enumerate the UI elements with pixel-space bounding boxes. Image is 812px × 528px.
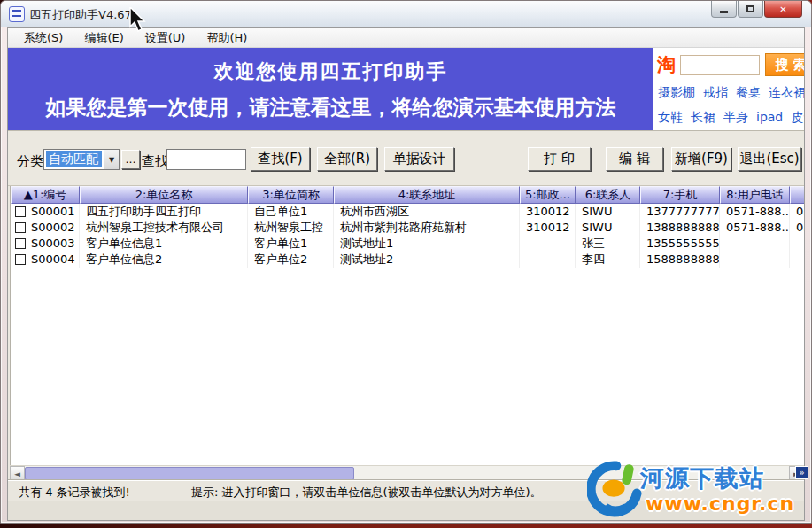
table-header-row: ▲1:编号 2:单位名称 3:单位简称 4:联系地址 5:邮政... 6:联系人… xyxy=(11,186,804,204)
category-label: 分类 xyxy=(17,153,43,170)
cell-extra: 057 xyxy=(790,204,804,220)
close-button[interactable]: ✕ xyxy=(764,1,802,18)
header-mobile[interactable]: 7:手机 xyxy=(640,186,720,204)
row-checkbox[interactable] xyxy=(15,206,26,217)
cell-mobile: 13888888888 xyxy=(640,220,720,236)
row-checkbox[interactable] xyxy=(15,222,26,233)
cell-shortname: 自己单位1 xyxy=(248,204,334,220)
app-window: 四五打印助手V4.67 ✕ 系统(S) 编辑(E) 设置(U) 帮助(H) 欢迎… xyxy=(0,0,812,524)
print-button[interactable]: 打 印 xyxy=(528,147,591,171)
taobao-link[interactable]: 摄影棚 xyxy=(658,85,695,101)
close-icon: ✕ xyxy=(779,4,786,14)
header-extra[interactable]: 9: xyxy=(790,186,804,204)
menu-bar: 系统(S) 编辑(E) 设置(U) 帮助(H) xyxy=(8,28,804,48)
taobao-link[interactable]: 皮套 xyxy=(791,110,804,126)
row-checkbox[interactable] xyxy=(15,238,26,249)
banner-title: 欢迎您使用四五打印助手 xyxy=(8,58,653,85)
cell-extra xyxy=(790,236,804,252)
category-dropdown[interactable]: 自动匹配 ▼ xyxy=(43,149,120,170)
category-more-button[interactable]: … xyxy=(121,150,140,169)
cell-zip xyxy=(520,236,576,252)
cell-extra xyxy=(790,252,804,268)
banner-subtitle: 如果您是第一次使用，请注意看这里，将给您演示基本使用方法 xyxy=(8,94,653,121)
cell-phone: 0571-888... xyxy=(720,220,790,236)
cell-contact: SIWU xyxy=(576,204,640,220)
toolbar: 分类 自动匹配 ▼ … 查找 查找(F) 全部(R) 单据设计 打 印 编 辑 … xyxy=(8,131,804,186)
taobao-link[interactable]: ipad xyxy=(756,110,783,126)
hint-text: 提示: 进入打印窗口，请双击单位信息(被双击单位默认为对方单位)。 xyxy=(191,485,542,501)
table-row[interactable]: S00003 客户单位信息1 客户单位1 测试地址1 张三 1355555555… xyxy=(11,236,804,252)
cell-contact: SIWU xyxy=(576,220,640,236)
cell-shortname: 客户单位2 xyxy=(248,252,334,268)
maximize-button[interactable] xyxy=(738,1,763,18)
find-input[interactable] xyxy=(166,149,246,170)
cell-mobile: 15888888888 xyxy=(640,252,720,268)
cell-phone xyxy=(720,236,790,252)
table-row[interactable]: S00002 杭州智泉工控技术有限公司 杭州智泉工控 杭州市紫荆花路府苑新村 3… xyxy=(11,220,804,236)
scrollbar-thumb[interactable] xyxy=(25,467,354,480)
header-phone[interactable]: 8:用户电话 xyxy=(720,186,790,204)
cell-contact: 张三 xyxy=(576,236,640,252)
design-button[interactable]: 单据设计 xyxy=(384,147,454,171)
cell-shortname: 杭州智泉工控 xyxy=(248,220,334,236)
table-row[interactable]: S00001 四五打印助手四五打印 自己单位1 杭州市西湖区 310012 SI… xyxy=(11,204,804,220)
record-count-text: 共有 4 条记录被找到! xyxy=(19,485,130,501)
cell-address: 测试地址1 xyxy=(334,236,520,252)
header-zip[interactable]: 5:邮政... xyxy=(520,186,576,204)
taobao-link[interactable]: 长裙 xyxy=(691,110,715,126)
row-checkbox[interactable] xyxy=(15,254,26,265)
taobao-link[interactable]: 戒指 xyxy=(703,85,728,101)
taobao-link[interactable]: 连衣裙 xyxy=(769,85,804,101)
taobao-widget: 淘 搜 索 摄影棚 戒指 餐桌 连衣裙 女鞋 长裙 半身 ipad 皮套 xyxy=(653,48,804,130)
badge-arrow-icon: » xyxy=(795,466,808,479)
taobao-search-button[interactable]: 搜 索 xyxy=(765,53,804,76)
find-button[interactable]: 查找(F) xyxy=(251,147,310,171)
cell-name: 四五打印助手四五打印 xyxy=(80,204,248,220)
header-id[interactable]: ▲1:编号 xyxy=(11,186,80,204)
cell-id: S00004 xyxy=(31,252,75,268)
cell-zip: 310012 xyxy=(520,220,576,236)
banner-message: 欢迎您使用四五打印助手 如果您是第一次使用，请注意看这里，将给您演示基本使用方法 xyxy=(8,48,653,130)
header-contact[interactable]: 6:联系人 xyxy=(576,186,640,204)
exit-button[interactable]: 退出(Esc) xyxy=(738,147,801,171)
cell-address: 杭州市西湖区 xyxy=(334,204,520,220)
cell-contact: 李四 xyxy=(576,252,640,268)
cell-mobile: 13777777777 xyxy=(640,204,720,220)
menu-edit[interactable]: 编辑(E) xyxy=(73,28,134,48)
taobao-link[interactable]: 餐桌 xyxy=(736,85,761,101)
maximize-icon xyxy=(746,5,754,12)
site-watermark: 河源下载站 www.cngr.cn » xyxy=(587,459,810,523)
client-area: 系统(S) 编辑(E) 设置(U) 帮助(H) 欢迎您使用四五打印助手 如果您是… xyxy=(7,27,805,521)
taobao-search-input[interactable] xyxy=(680,55,760,75)
cell-extra: 057 xyxy=(790,220,804,236)
site-url: www.cngr.cn xyxy=(646,493,794,515)
minimize-button[interactable] xyxy=(711,1,737,18)
taobao-link[interactable]: 半身 xyxy=(723,110,748,126)
cell-phone: 0571-888... xyxy=(720,204,790,220)
cell-phone xyxy=(720,252,790,268)
menu-system[interactable]: 系统(S) xyxy=(13,28,73,48)
table-row[interactable]: S00004 客户单位信息2 客户单位2 测试地址2 李四 1588888888… xyxy=(11,252,804,268)
cell-address: 杭州市紫荆花路府苑新村 xyxy=(334,220,520,236)
menu-help[interactable]: 帮助(H) xyxy=(196,28,258,48)
chevron-down-icon[interactable]: ▼ xyxy=(104,150,119,169)
header-shortname[interactable]: 3:单位简称 xyxy=(248,186,334,204)
cell-shortname: 客户单位1 xyxy=(248,236,334,252)
taobao-link[interactable]: 女鞋 xyxy=(658,110,683,126)
title-bar[interactable]: 四五打印助手V4.67 ✕ xyxy=(1,1,811,27)
all-button[interactable]: 全部(R) xyxy=(317,147,377,171)
minimize-icon xyxy=(720,11,728,13)
cell-id: S00002 xyxy=(31,220,75,236)
cell-mobile: 13555555555 xyxy=(640,236,720,252)
header-address[interactable]: 4:联系地址 xyxy=(334,186,520,204)
header-name[interactable]: 2:单位名称 xyxy=(80,186,248,204)
cell-zip xyxy=(520,252,576,268)
welcome-banner: 欢迎您使用四五打印助手 如果您是第一次使用，请注意看这里，将给您演示基本使用方法… xyxy=(8,48,804,131)
scroll-left-icon[interactable]: ◄ xyxy=(10,466,25,481)
site-logo-icon xyxy=(587,461,642,519)
edit-button[interactable]: 编 辑 xyxy=(606,147,663,171)
cell-id: S00003 xyxy=(31,236,75,252)
cell-address: 测试地址2 xyxy=(334,252,520,268)
window-title: 四五打印助手V4.67 xyxy=(29,7,132,23)
add-button[interactable]: 新增(F9) xyxy=(671,147,731,171)
